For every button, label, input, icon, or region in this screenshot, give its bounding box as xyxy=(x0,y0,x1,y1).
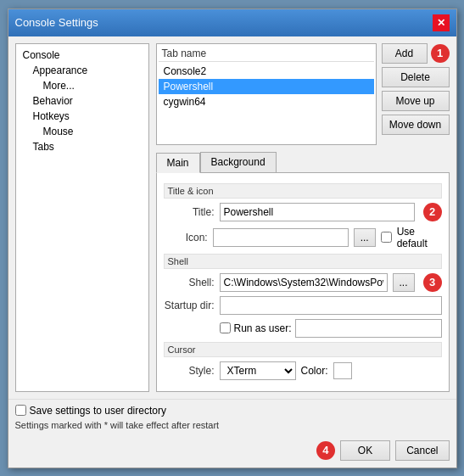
status-text: Settings marked with * will take effect … xyxy=(15,420,450,430)
section-shell: Shell xyxy=(164,254,442,269)
window-title: Console Settings xyxy=(15,16,98,29)
section-title-icon: Title & icon xyxy=(164,183,442,199)
badge-1: 1 xyxy=(431,44,450,63)
tab-background[interactable]: Background xyxy=(200,152,277,172)
tree-panel: Console Appearance More... Behavior Hotk… xyxy=(15,43,149,392)
shell-browse-button[interactable]: ... xyxy=(393,273,415,292)
tree-item-more[interactable]: More... xyxy=(20,78,145,93)
tree-item-console[interactable]: Console xyxy=(20,48,145,63)
run-as-user-checkbox[interactable] xyxy=(220,322,231,333)
move-up-button[interactable]: Move up xyxy=(382,91,450,111)
close-button[interactable]: ✕ xyxy=(433,14,450,31)
tree-item-behavior[interactable]: Behavior xyxy=(20,93,145,109)
badge-3: 3 xyxy=(423,273,442,292)
add-row: Add 1 xyxy=(382,43,450,64)
color-picker[interactable] xyxy=(333,362,352,379)
button-column: Add 1 Delete Move up Move down xyxy=(382,43,450,145)
settings-tabs: Main Background xyxy=(156,152,450,173)
title-row: Title: 2 xyxy=(164,203,442,221)
style-select[interactable]: XTerm Block Underline xyxy=(220,361,296,380)
startup-dir-input[interactable] xyxy=(220,296,442,315)
cancel-button[interactable]: Cancel xyxy=(395,440,449,461)
settings-content: Title & icon Title: 2 Icon: ... Use defa… xyxy=(156,173,450,392)
main-content: Console Appearance More... Behavior Hotk… xyxy=(8,36,456,399)
use-default-label: Use default xyxy=(397,226,442,249)
tree-item-tabs[interactable]: Tabs xyxy=(20,139,145,154)
shell-label: Shell: xyxy=(164,277,215,288)
bottom-buttons: 4 OK Cancel xyxy=(8,435,456,468)
tabs-section: Tab name Console2 Powershell cygwin64 Ad… xyxy=(156,43,450,145)
window: Console Settings ✕ Console Appearance Mo… xyxy=(8,8,457,468)
color-label: Color: xyxy=(301,365,328,377)
shell-input[interactable] xyxy=(220,273,388,292)
title-input[interactable] xyxy=(220,203,415,221)
use-default-checkbox[interactable] xyxy=(381,232,392,243)
tree-item-hotkeys[interactable]: Hotkeys xyxy=(20,109,145,124)
save-settings-text: Save settings to user directory xyxy=(30,405,166,417)
tab-item-powershell[interactable]: Powershell xyxy=(159,79,374,94)
right-panel: Tab name Console2 Powershell cygwin64 Ad… xyxy=(156,43,450,392)
settings-tabs-container: Main Background Title & icon Title: 2 Ic… xyxy=(156,150,450,392)
tree-item-mouse[interactable]: Mouse xyxy=(20,124,145,139)
shell-row: Shell: ... 3 xyxy=(164,273,442,292)
save-settings-checkbox[interactable] xyxy=(15,405,26,416)
title-label: Title: xyxy=(164,206,215,218)
icon-row: Icon: ... Use default xyxy=(164,226,442,249)
tab-name-header: Tab name xyxy=(159,46,374,62)
icon-browse-button[interactable]: ... xyxy=(354,228,376,247)
cursor-row: Style: XTerm Block Underline Color: xyxy=(164,361,442,380)
tree-item-appearance[interactable]: Appearance xyxy=(20,63,145,78)
tab-item-cygwin64[interactable]: cygwin64 xyxy=(159,94,374,109)
style-label: Style: xyxy=(164,365,215,377)
ok-button[interactable]: OK xyxy=(340,440,390,461)
run-as-user-row: Run as user: xyxy=(220,319,442,338)
run-as-user-label: Run as user: xyxy=(234,322,292,334)
startup-dir-row: Startup dir: xyxy=(164,296,442,315)
delete-button[interactable]: Delete xyxy=(382,67,450,87)
icon-label: Icon: xyxy=(164,232,208,244)
badge-4: 4 xyxy=(316,441,335,460)
save-settings-label[interactable]: Save settings to user directory xyxy=(15,405,450,417)
tab-item-console2[interactable]: Console2 xyxy=(159,64,374,79)
bottom-section: Save settings to user directory Settings… xyxy=(8,399,456,435)
run-as-user-input[interactable] xyxy=(295,319,442,338)
section-cursor: Cursor xyxy=(164,342,442,357)
badge-2: 2 xyxy=(423,203,442,221)
tab-main[interactable]: Main xyxy=(156,153,200,173)
icon-input[interactable] xyxy=(213,228,349,247)
add-button[interactable]: Add xyxy=(382,43,428,64)
tab-list: Tab name Console2 Powershell cygwin64 xyxy=(156,43,377,145)
title-bar: Console Settings ✕ xyxy=(8,9,456,36)
startup-dir-label: Startup dir: xyxy=(164,300,215,311)
move-down-button[interactable]: Move down xyxy=(382,115,450,135)
